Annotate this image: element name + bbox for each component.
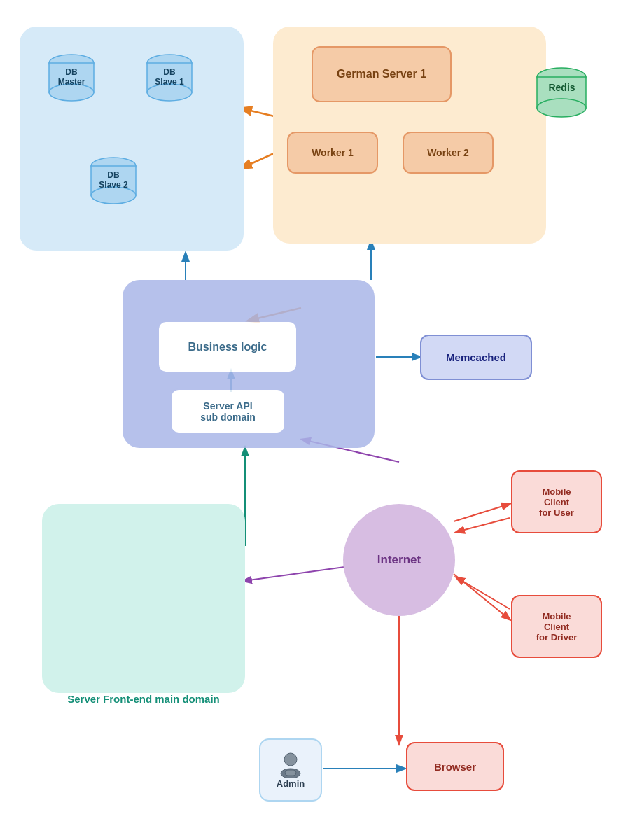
server-api-box: Server API sub domain: [170, 388, 286, 434]
german-server-box: German Server 1: [312, 46, 452, 102]
svg-rect-39: [285, 770, 296, 776]
internet-circle: Internet: [343, 504, 455, 616]
svg-line-18: [244, 567, 344, 581]
diagram: DB Master DB Slave 1 DB Slave 2: [0, 0, 642, 840]
browser-label: Browser: [434, 761, 476, 773]
german-server-label: German Server 1: [337, 68, 426, 80]
db-cluster-group: DB Master DB Slave 1 DB Slave 2: [20, 27, 244, 251]
server-api-label: Server API sub domain: [200, 400, 256, 423]
admin-user-box: Admin: [259, 738, 322, 802]
mobile-user-label: Mobile Client for User: [539, 486, 574, 518]
svg-line-20: [456, 518, 510, 532]
redis-label: Redis: [532, 82, 592, 93]
business-logic-label: Business logic: [188, 341, 267, 354]
db-slave1-label: DB: [142, 67, 197, 77]
svg-line-22: [456, 578, 510, 609]
db-slave1: DB Slave 1: [142, 53, 197, 108]
frontend-label: Server Front-end main domain: [56, 693, 231, 705]
db-slave1-label2: Slave 1: [142, 77, 197, 87]
worker1-label: Worker 1: [312, 147, 354, 158]
business-logic-box: Business logic: [158, 321, 298, 373]
db-slave2: DB Slave 2: [86, 156, 141, 211]
browser-box: Browser: [406, 742, 504, 791]
db-master-label2: Master: [44, 77, 99, 87]
german-server-group: German Server 1 Worker 1 Worker 2: [273, 27, 546, 244]
app-server-group: Business logic Server API sub domain: [123, 280, 375, 448]
svg-line-21: [454, 574, 510, 620]
db-slave2-label: DB: [86, 170, 141, 180]
frontend-group: Admin Panel: [42, 504, 245, 693]
mobile-user-box: Mobile Client for User: [511, 470, 602, 533]
svg-line-19: [454, 504, 510, 522]
worker2-box: Worker 2: [403, 132, 494, 174]
mobile-driver-box: Mobile Client for Driver: [511, 595, 602, 658]
db-slave2-label2: Slave 2: [86, 180, 141, 190]
memcached-label: Memcached: [446, 351, 506, 363]
db-master-label: DB: [44, 67, 99, 77]
svg-point-37: [284, 753, 297, 766]
db-master: DB Master: [44, 53, 99, 108]
internet-label: Internet: [377, 553, 421, 567]
admin-person-icon: [277, 752, 305, 778]
svg-point-36: [537, 99, 586, 117]
redis: Redis: [532, 66, 592, 125]
worker1-box: Worker 1: [287, 132, 378, 174]
memcached-box: Memcached: [420, 335, 532, 380]
mobile-driver-label: Mobile Client for Driver: [536, 611, 578, 643]
admin-user-label: Admin: [277, 778, 305, 789]
worker2-label: Worker 2: [427, 147, 469, 158]
